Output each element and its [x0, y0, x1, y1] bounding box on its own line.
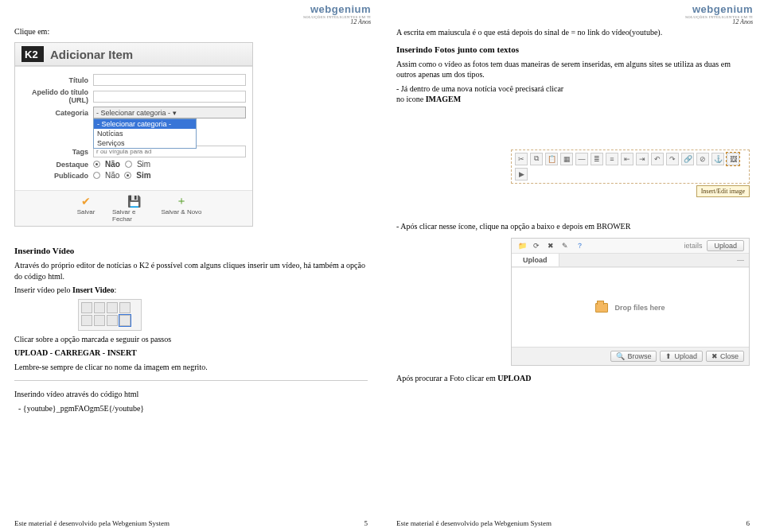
- upload-button[interactable]: ⬆Upload: [660, 351, 703, 362]
- ed-btn-redo-icon[interactable]: ↷: [666, 153, 679, 165]
- ed-btn-anchor-icon[interactable]: ⚓: [711, 153, 724, 165]
- rename-icon[interactable]: ✎: [559, 240, 571, 251]
- delete-icon[interactable]: ✖: [545, 240, 556, 251]
- html-video-title: Inserindo vídeo através do código html: [14, 389, 368, 400]
- brand-logo: webgenium SOLUÇÕES INTELIGENTES EM TI 12…: [685, 3, 753, 25]
- ed-btn-list-icon[interactable]: ≣: [591, 153, 603, 165]
- video-steps-2: UPLOAD - CARREGAR - INSERT: [14, 348, 368, 359]
- label-publicado: Publicado: [21, 172, 93, 180]
- check-icon: ✔: [79, 194, 93, 208]
- footer-right: Este material é desenvolvido pela Webgen…: [396, 519, 750, 527]
- radio-destaque-sim[interactable]: [125, 161, 132, 168]
- toolbar-btn-insert-video[interactable]: [119, 315, 131, 326]
- ed-btn-hr-icon[interactable]: —: [575, 153, 588, 165]
- upload-label: Upload: [674, 352, 697, 360]
- drop-zone[interactable]: Drop files here: [512, 267, 749, 347]
- brand-name: webgenium: [310, 3, 371, 15]
- k2-window-title: Adicionar Item: [50, 48, 133, 61]
- ed-btn-image-icon[interactable]: 🖼: [727, 153, 739, 165]
- right-line1: A escrita em maiuscula é o que está depo…: [396, 27, 750, 38]
- editor-video-toolbar: [78, 299, 142, 331]
- img-mgr-tabs: Upload —: [512, 254, 749, 267]
- folder-open-icon: [595, 303, 608, 313]
- k2-add-item-window: K2 Adicionar Item Conteúdo Imagem Galeri…: [14, 42, 253, 227]
- after-toolbar-text: - Após clicar nesse ícone, clique na opç…: [396, 221, 750, 232]
- ed-btn-copy-icon[interactable]: ⧉: [530, 153, 543, 165]
- dd-item-noticias[interactable]: Notícias: [94, 129, 196, 138]
- tooltip-insert-image: Insert/Edit image: [696, 185, 750, 197]
- k2-action-bar: ✔ Salvar 💾 Salvar e Fechar ＋ Salvar & No…: [15, 190, 252, 226]
- toolbar-btn[interactable]: [81, 315, 92, 326]
- brand-name: webgenium: [692, 3, 753, 15]
- ed-btn-media-icon[interactable]: ▶: [515, 168, 528, 181]
- k2-form: Título Apelido do título (URL) Categoria…: [15, 67, 252, 190]
- ed-btn-cut-icon[interactable]: ✂: [515, 153, 528, 165]
- toolbar-btn[interactable]: [94, 315, 105, 326]
- after-mgr-text: Após procurar a Foto clicar em UPLOAD: [396, 374, 750, 382]
- tab-upload[interactable]: Upload: [512, 254, 559, 266]
- footer-text: Este material é desenvolvido pela Webgen…: [14, 519, 170, 527]
- close-label: Close: [720, 352, 739, 360]
- video-steps-3: Lembre-se sempre de clicar no nome da im…: [14, 362, 368, 373]
- label-sim: Sim: [137, 160, 150, 169]
- toolbar-btn[interactable]: [119, 302, 131, 313]
- refresh-icon[interactable]: ⟳: [531, 240, 542, 251]
- vp2c: :: [115, 285, 117, 294]
- top-upload-button[interactable]: Upload: [707, 240, 744, 251]
- help-icon[interactable]: ？: [574, 240, 585, 251]
- folder-icon[interactable]: 📁: [516, 240, 528, 251]
- ed-btn-table-icon[interactable]: ▦: [560, 153, 573, 165]
- img-mgr-toolbar: 📁 ⟳ ✖ ✎ ？ ietails Upload: [512, 239, 749, 254]
- photos-p2: - Já dentro de uma nova notícia você pre…: [396, 83, 750, 105]
- ed-btn-indent-icon[interactable]: ⇥: [636, 153, 649, 165]
- dd-item-servicos[interactable]: Serviços: [94, 138, 196, 148]
- section-inserindo-fotos: Inserindo Fotos junto com textos: [396, 45, 750, 54]
- btn-salvar[interactable]: ✔ Salvar: [64, 194, 107, 223]
- intro-text: Clique em:: [14, 27, 368, 36]
- radio-destaque-nao[interactable]: [93, 161, 100, 168]
- section-inserindo-video: Inserindo Vídeo: [14, 246, 368, 255]
- close-button[interactable]: ✖Close: [706, 351, 744, 362]
- minimize-icon[interactable]: —: [737, 256, 744, 264]
- ed-btn-unlink-icon[interactable]: ⊘: [696, 153, 709, 165]
- dd-item-placeholder[interactable]: - Selecionar categoria -: [94, 119, 196, 129]
- radio-publicado-sim[interactable]: [124, 172, 131, 179]
- label-titulo: Título: [21, 76, 93, 84]
- divider: [14, 380, 368, 381]
- drop-text: Drop files here: [614, 304, 665, 312]
- brand-logo: webgenium SOLUÇÕES INTELIGENTES EM TI 12…: [303, 3, 371, 25]
- browse-button[interactable]: 🔍Browse: [610, 351, 657, 362]
- page-left: webgenium SOLUÇÕES INTELIGENTES EM TI 12…: [0, 0, 382, 532]
- svg-text:K2: K2: [25, 49, 38, 60]
- input-apelido[interactable]: [93, 91, 246, 103]
- label-apelido: Apelido do título (URL): [21, 88, 93, 104]
- select-categoria[interactable]: - Selecionar categoria - ▾ - Selecionar …: [93, 107, 246, 118]
- input-titulo[interactable]: [93, 74, 246, 86]
- html-video-code: - {youtube}_pgmFAOgm5E{/youtube}: [14, 403, 368, 414]
- ed-btn-orderedlist-icon[interactable]: ≡: [606, 153, 618, 165]
- img-mgr-bottom-bar: 🔍Browse ⬆Upload ✖Close: [512, 347, 749, 365]
- ed-btn-outdent-icon[interactable]: ⇤: [621, 153, 633, 165]
- brand-years: 12 Anos: [732, 18, 753, 25]
- ed-btn-paste-icon[interactable]: 📋: [545, 153, 558, 165]
- page-number: 6: [746, 519, 750, 527]
- toolbar-btn[interactable]: [107, 315, 118, 326]
- ed-btn-undo-icon[interactable]: ↶: [651, 153, 664, 165]
- image-manager-window: 📁 ⟳ ✖ ✎ ？ ietails Upload Upload — Drop f…: [511, 238, 750, 366]
- toolbar-btn[interactable]: [107, 302, 118, 313]
- btn-salvar-fechar-label: Salvar e Fechar: [112, 208, 155, 223]
- radio-publicado-nao[interactable]: [93, 172, 100, 179]
- two-page-spread: webgenium SOLUÇÕES INTELIGENTES EM TI 12…: [0, 0, 764, 532]
- toolbar-btn[interactable]: [81, 302, 92, 313]
- ed-btn-link-icon[interactable]: 🔗: [681, 153, 694, 165]
- footer-left: Este material é desenvolvido pela Webgen…: [14, 519, 368, 527]
- select-categoria-value: - Selecionar categoria - ▾: [96, 109, 177, 117]
- btn-salvar-novo[interactable]: ＋ Salvar & Novo: [160, 194, 203, 223]
- btn-salvar-fechar[interactable]: 💾 Salvar e Fechar: [112, 194, 155, 223]
- tab-details[interactable]: ietails: [684, 242, 702, 250]
- toolbar-btn[interactable]: [94, 302, 105, 313]
- upload-icon: ⬆: [665, 352, 672, 360]
- img-mgr-icons: 📁 ⟳ ✖ ✎ ？: [516, 240, 585, 251]
- save-new-icon: ＋: [174, 194, 189, 208]
- radio-destaque: Não Sim: [93, 160, 150, 169]
